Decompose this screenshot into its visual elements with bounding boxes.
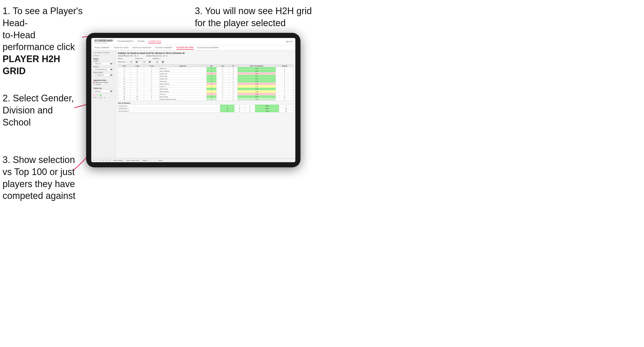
back-btn[interactable]: ←	[96, 159, 98, 161]
col-diff: Diff Av Strokes/Rnd	[237, 65, 276, 67]
annotation-step1: 1. To see a Player's Head- to-Head perfo…	[3, 5, 85, 77]
nav-links: TOURNAMENTS TEAMS COMMITTEE	[117, 40, 281, 43]
col-opponent: Opponent	[159, 65, 206, 67]
subnav-player-summary[interactable]: PLAYER SUMMARY	[155, 46, 173, 49]
nav-tournaments[interactable]: TOURNAMENTS	[117, 40, 134, 43]
colour-select[interactable]: Win/loss	[93, 90, 114, 93]
sign-out[interactable]: Sign out	[286, 41, 292, 42]
redo-btn[interactable]: ↪	[100, 159, 101, 161]
subnav-team-summary[interactable]: TEAM SUMMARY	[94, 46, 110, 49]
subnav-player-h2h-heatmap[interactable]: PLAYER H2H HEATMAP	[197, 46, 219, 49]
toolbar-divider-2	[124, 159, 125, 162]
nav-committee[interactable]: COMMITTEE	[148, 40, 161, 43]
annotation-step3-bottom: 3. Show selection vs Top 100 or just pla…	[3, 154, 75, 202]
player-rank-select[interactable]: 8. Katelyn Vo	[93, 73, 114, 76]
col-div: # Div	[118, 65, 130, 67]
copy-btn[interactable]: ⎘	[103, 159, 104, 161]
out-of-division: Out of division Foreign Team 1 0 0 4.500…	[118, 102, 293, 112]
opponent-filter[interactable]: (All)	[154, 60, 165, 63]
annotation-step3-top: 3. You will now see H2H grid for the pla…	[195, 5, 312, 29]
bottom-toolbar: ↩ ← ↪ ⎘ ↺ ⊙ View: Original Save Custom V…	[91, 158, 295, 162]
player-rank-label: Player (Rank)	[93, 72, 114, 73]
gender-label: Gender	[93, 60, 114, 62]
subnav-team-h2h-grid[interactable]: TEAM H2H GRID	[114, 46, 129, 49]
sidebar: Last Updated: 27/03/2024 16:55:38 Player…	[91, 50, 116, 158]
toolbar-divider-5	[157, 159, 157, 162]
ood-table-row: NAIA Division 1 15 0 0 9.267 30	[118, 107, 293, 110]
filter-row: Region Conference Opponent	[118, 58, 293, 59]
out-of-division-table: Foreign Team 1 0 0 4.500 2 NAIA Division…	[118, 104, 293, 112]
filter-row-2: Opponents: (All) (All) (All)	[118, 60, 293, 63]
radio-dot-selected	[93, 82, 95, 83]
tablet: SCOREBOARD Powered by clippd TOURNAMENTS…	[86, 33, 300, 167]
player-label: Player	[93, 58, 114, 60]
opponent-radio-group: Opponents Played Top 100	[93, 82, 114, 85]
table-row: 3 1 1 Esther Lee 1 0 0 1.50 4	[118, 67, 293, 70]
radio-dot-unselected	[93, 84, 95, 85]
division-select[interactable]: NCAA Division III	[93, 68, 114, 71]
watch-btn[interactable]: Watch ▾	[142, 159, 148, 161]
h2h-table: # Div # Reg # Conf Opponent Win Loss Tie…	[118, 64, 293, 101]
subnav-team-h2h-heatmap[interactable]: TEAM H2H HEATMAP	[132, 46, 151, 49]
col-conf: # Conf	[144, 65, 159, 67]
table-row: 20 11 7 Federica Domecq Lacroze 2 1 0 1.…	[118, 98, 293, 101]
colour-section: Colour by Win/loss Down Level Up	[93, 87, 114, 98]
subnav-player-h2h-grid[interactable]: PLAYER H2H GRID	[176, 46, 194, 50]
table-row: 10 6 3 Andrea York 2 0 0 4.00 4	[118, 78, 293, 80]
undo-btn[interactable]: ↩	[93, 159, 95, 161]
grid-title: Katelyn Vo Head-to-Head Grid for Women's…	[118, 52, 293, 54]
colour-label: Colour by	[93, 87, 114, 89]
table-row: 5 2 2 Alexis Sudjianto 1 0 0 4.00 3	[118, 70, 293, 72]
top-nav: SCOREBOARD Powered by clippd TOURNAMENTS…	[91, 38, 295, 45]
toolbar-divider-1	[112, 159, 112, 162]
resize-v-btn[interactable]: ↕	[151, 160, 152, 161]
sub-nav: TEAM SUMMARY TEAM H2H GRID TEAM H2H HEAT…	[91, 45, 295, 50]
col-loss: Loss	[217, 65, 229, 67]
table-row: 6 3 3 Sydney Kuo 0 1 0 -1.00 3	[118, 72, 293, 75]
col-rounds: Rounds	[276, 65, 293, 67]
ood-table-row: NCAA Division 2 5 0 0 7.400 10	[118, 110, 293, 112]
opponent-view-label: Opponent view	[93, 79, 114, 81]
share-btn[interactable]: Share	[158, 160, 163, 161]
conference-filter[interactable]: (All)	[141, 60, 152, 63]
nav-teams[interactable]: TEAMS	[137, 40, 145, 43]
ood-table-row: Foreign Team 1 0 0 4.500 2	[118, 105, 293, 107]
toolbar-divider-4	[149, 159, 150, 162]
main-content: Last Updated: 27/03/2024 16:55:38 Player…	[91, 50, 295, 158]
table-row: 14 7 4 Eunice Yi 2 2 0 0.38 9	[118, 85, 293, 88]
grid-records: Overall Record: 353 - 34 - 6 Division Re…	[118, 55, 293, 57]
radio-opponents-played[interactable]: Opponents Played	[93, 82, 114, 83]
logo: SCOREBOARD Powered by clippd	[94, 39, 113, 44]
col-tie: Tie	[229, 65, 237, 67]
player-section: Player Gender Women's Division NCAA Divi…	[93, 58, 114, 77]
annotation-step2: 2. Select Gender, Division and School	[3, 92, 74, 128]
colour-labels: Down Level Up	[93, 97, 114, 98]
table-row: 11 2 5 Heeju Hyun 1 0 0 3.33 3	[118, 80, 293, 83]
grid-area: Katelyn Vo Head-to-Head Grid for Women's…	[116, 50, 295, 158]
col-win: Win	[206, 65, 217, 67]
table-row: 13 1 1 Jessica Huang 0 2 0 -3.00 2	[118, 83, 293, 85]
colour-down	[93, 94, 95, 96]
colour-up	[99, 94, 102, 96]
out-of-division-title: Out of division	[118, 102, 293, 104]
colour-level	[96, 94, 98, 96]
division-label: Division	[93, 66, 114, 68]
table-row: 15 8 5 Stella Cheng 1 0 0 1.25 4	[118, 88, 293, 90]
gender-select[interactable]: Women's	[93, 62, 114, 65]
timestamp-time: 16:55:38	[93, 55, 114, 56]
table-row: 9 1 4 Sharon Mun 1 0 0 3.67 3	[118, 75, 293, 78]
timestamp: Last Updated: 27/03/2024	[93, 52, 114, 53]
target-btn[interactable]: ⊙	[108, 159, 110, 161]
table-row: 18 2 2 Euna Lee 0 2 0 -5.00 2	[118, 93, 293, 95]
view-original-btn[interactable]: View: Original	[113, 160, 123, 161]
tablet-screen: SCOREBOARD Powered by clippd TOURNAMENTS…	[91, 38, 295, 162]
radio-top100[interactable]: Top 100	[93, 84, 114, 85]
region-filter[interactable]: (All)	[128, 60, 139, 63]
save-custom-view-btn[interactable]: Save Custom View	[126, 160, 139, 161]
table-row: 19 10 6 Emily Chang 4 1 0 0.30 11	[118, 95, 293, 98]
refresh-btn[interactable]: ↺	[105, 159, 107, 161]
table-row: 16 3 4 Jessica Mason 1 2 0 -0.94 7	[118, 90, 293, 93]
resize-h-btn[interactable]: ↔	[154, 160, 155, 161]
colour-dots	[93, 94, 114, 96]
opponent-view-section: Opponent view Opponents Played Top 100	[93, 79, 114, 85]
